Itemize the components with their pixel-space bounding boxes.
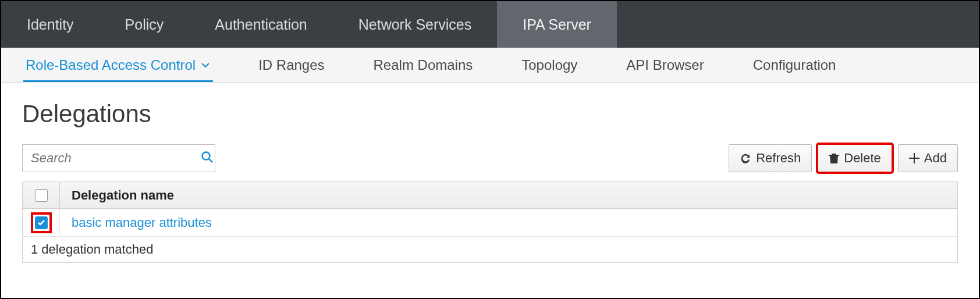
select-all-checkbox[interactable] [35,189,48,202]
delegation-link[interactable]: basic manager attributes [60,209,957,236]
search-icon [201,151,214,166]
search-button[interactable] [200,145,215,172]
nav-identity[interactable]: Identity [1,1,100,48]
trash-icon [829,152,839,164]
primary-nav: Identity Policy Authentication Network S… [1,1,979,48]
refresh-button[interactable]: Refresh [729,144,812,172]
delete-button[interactable]: Delete [818,144,892,172]
svg-point-0 [203,152,210,160]
action-buttons: Refresh Delete Add [729,144,958,172]
subnav-topology[interactable]: Topology [497,48,602,82]
header-delegation-name[interactable]: Delegation name [60,182,957,208]
subnav-id-ranges[interactable]: ID Ranges [234,48,349,82]
header-checkbox-cell [23,182,60,208]
secondary-nav: Role-Based Access Control ID Ranges Real… [1,48,979,83]
refresh-label: Refresh [756,151,801,166]
nav-network-services[interactable]: Network Services [333,1,498,48]
chevron-down-icon [201,62,210,68]
table-row: basic manager attributes [23,209,957,237]
plus-icon [909,153,919,163]
search-input[interactable] [23,145,200,172]
content-area: Delegations Refresh Delete [1,83,979,275]
table-header: Delegation name [23,182,957,209]
delete-label: Delete [844,151,881,166]
delegations-table: Delegation name basic manager attributes… [22,181,958,263]
page-title: Delegations [22,100,958,128]
subnav-configuration[interactable]: Configuration [729,48,861,82]
row-checkbox[interactable] [35,216,48,229]
search-box [22,144,215,172]
add-button[interactable]: Add [898,144,958,172]
subnav-rbac[interactable]: Role-Based Access Control [1,48,234,82]
row-checkbox-cell [23,209,60,236]
add-label: Add [924,151,947,166]
subnav-api-browser[interactable]: API Browser [602,48,728,82]
table-footer: 1 delegation matched [23,237,957,262]
toolbar: Refresh Delete Add [22,144,958,172]
nav-ipa-server[interactable]: IPA Server [497,1,617,48]
svg-line-1 [209,159,212,162]
nav-policy[interactable]: Policy [100,1,190,48]
subnav-realm-domains[interactable]: Realm Domains [349,48,498,82]
subnav-rbac-label: Role-Based Access Control [26,57,196,73]
nav-authentication[interactable]: Authentication [189,1,332,48]
row-checkbox-highlight [33,215,49,231]
refresh-icon [740,152,751,164]
